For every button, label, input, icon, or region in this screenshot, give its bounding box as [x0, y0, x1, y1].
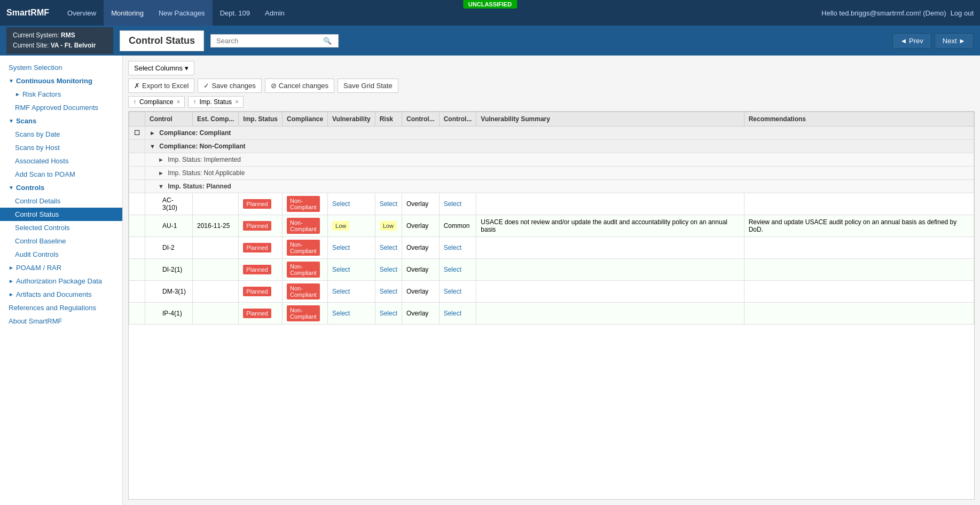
data-grid[interactable]: Control Est. Comp... Imp. Status Complia… [128, 111, 975, 500]
non-compliant-badge-4: Non-Compliant [287, 262, 320, 278]
cell-risk[interactable]: Select [375, 259, 402, 281]
sidebar-item-selected-controls[interactable]: Selected Controls [0, 221, 122, 234]
col-risk[interactable]: Risk [375, 112, 402, 127]
remove-compliance-filter[interactable]: × [176, 98, 180, 106]
group-compliant[interactable]: ☐ ► Compliance: Compliant [129, 127, 974, 140]
sidebar-item-auth-package[interactable]: ► Authorization Package Data [0, 274, 122, 288]
cell-risk: Low [375, 215, 402, 237]
cell-risk[interactable]: Select [375, 193, 402, 215]
save-changes-button[interactable]: ✓ Save changes [198, 78, 261, 93]
cell-vulnerability[interactable]: Select [328, 303, 375, 325]
col-control1[interactable]: Control... [402, 112, 440, 127]
nav-overview[interactable]: Overview [60, 0, 104, 26]
vulnerability-select[interactable]: Select [332, 200, 350, 208]
cell-est-comp [193, 281, 239, 303]
sidebar-item-risk-factors[interactable]: ► Risk Factors [0, 88, 122, 101]
up-arrow-icon: ↑ [133, 98, 136, 106]
main-layout: System Selection ▼ Continuous Monitoring… [0, 56, 980, 505]
search-box[interactable]: 🔍 [210, 34, 339, 48]
expand-implemented-icon[interactable]: ► [158, 156, 164, 163]
nav-monitoring[interactable]: Monitoring [104, 0, 151, 26]
col-est-comp[interactable]: Est. Comp... [193, 112, 239, 127]
sidebar-item-poam-rar[interactable]: ► POA&M / RAR [0, 261, 122, 274]
col-vulnerability[interactable]: Vulnerability [328, 112, 375, 127]
vulnerability-select-3[interactable]: Select [332, 244, 350, 251]
next-button[interactable]: Next ► [935, 33, 974, 49]
non-compliant-badge-6: Non-Compliant [287, 305, 320, 321]
control2-select-3[interactable]: Select [444, 244, 461, 251]
sidebar-item-rmf-approved-docs[interactable]: RMF Approved Documents [0, 101, 122, 114]
cell-risk[interactable]: Select [375, 303, 402, 325]
control2-select-5[interactable]: Select [444, 288, 461, 295]
sidebar-item-continuous-monitoring[interactable]: ▼ Continuous Monitoring [0, 74, 122, 88]
vulnerability-select-4[interactable]: Select [332, 266, 350, 273]
search-icon[interactable]: 🔍 [323, 37, 332, 45]
group-planned[interactable]: ▼ Imp. Status: Planned [129, 180, 974, 193]
risk-select[interactable]: Select [380, 200, 397, 208]
col-compliance[interactable]: Compliance [283, 112, 328, 127]
cell-vulnerability[interactable]: Select [328, 259, 375, 281]
cancel-changes-button[interactable]: ⊘ Cancel changes [265, 78, 334, 93]
cell-vulnerability[interactable]: Select [328, 281, 375, 303]
risk-select-5[interactable]: Select [380, 288, 397, 295]
sidebar-item-references[interactable]: References and Regulations [0, 301, 122, 314]
group-implemented[interactable]: ► Imp. Status: Implemented [129, 153, 974, 167]
col-recommendations[interactable]: Recommendations [744, 112, 974, 127]
risk-select-6[interactable]: Select [380, 310, 397, 317]
nav-new-packages[interactable]: New Packages [151, 0, 213, 26]
cell-est-comp [193, 193, 239, 215]
col-control2[interactable]: Control... [439, 112, 476, 127]
sidebar-item-scans[interactable]: ▼ Scans [0, 114, 122, 128]
cell-control2[interactable]: Select [439, 281, 476, 303]
filter-imp-status[interactable]: ↑ Imp. Status × [188, 96, 244, 108]
sidebar-item-control-details[interactable]: Control Details [0, 194, 122, 208]
sidebar-item-control-baseline[interactable]: Control Baseline [0, 234, 122, 248]
cell-vulnerability[interactable]: Select [328, 237, 375, 259]
group-non-compliant[interactable]: ▼ Compliance: Non-Compliant [129, 140, 974, 153]
sidebar-item-scans-by-date[interactable]: Scans by Date [0, 128, 122, 141]
control2-select-6[interactable]: Select [444, 310, 461, 317]
risk-select-3[interactable]: Select [380, 244, 397, 251]
cell-vuln-summary [476, 193, 744, 215]
sidebar-item-controls[interactable]: ▼ Controls [0, 181, 122, 194]
expand-not-applicable-icon[interactable]: ► [158, 170, 164, 176]
sidebar-item-control-status[interactable]: Control Status [0, 208, 122, 221]
sidebar-item-audit-controls[interactable]: Audit Controls [0, 248, 122, 261]
col-imp-status[interactable]: Imp. Status [239, 112, 283, 127]
sidebar-item-add-scan-to-poam[interactable]: Add Scan to POAM [0, 168, 122, 181]
vulnerability-select-5[interactable]: Select [332, 288, 350, 295]
sidebar-item-system-selection[interactable]: System Selection [0, 61, 122, 74]
select-columns-button[interactable]: Select Columns ▾ [128, 61, 194, 75]
group-not-applicable[interactable]: ► Imp. Status: Not Applicable [129, 167, 974, 180]
cell-risk[interactable]: Select [375, 237, 402, 259]
vulnerability-select-6[interactable]: Select [332, 310, 350, 317]
save-grid-button[interactable]: Save Grid State [338, 78, 398, 93]
export-excel-button[interactable]: ✗ Export to Excel [128, 78, 194, 93]
expand-non-compliant-icon[interactable]: ▼ [150, 143, 155, 149]
cell-control2[interactable]: Select [439, 237, 476, 259]
sidebar-item-artifacts[interactable]: ► Artifacts and Documents [0, 288, 122, 301]
cell-risk[interactable]: Select [375, 281, 402, 303]
prev-button[interactable]: ◄ Prev [892, 33, 931, 49]
cell-control2[interactable]: Select [439, 303, 476, 325]
logout-button[interactable]: Log out [951, 9, 974, 17]
planned-badge-2: Planned [243, 221, 271, 231]
nav-dept109[interactable]: Dept. 109 [213, 0, 257, 26]
cell-control2[interactable]: Select [439, 259, 476, 281]
cell-vulnerability[interactable]: Select [328, 193, 375, 215]
col-control[interactable]: Control [145, 112, 193, 127]
sidebar-item-about[interactable]: About SmartRMF [0, 314, 122, 328]
search-input[interactable] [216, 37, 323, 45]
nav-admin[interactable]: Admin [257, 0, 292, 26]
filter-compliance[interactable]: ↑ Compliance × [128, 96, 185, 108]
control2-select[interactable]: Select [444, 200, 461, 208]
expand-planned-icon[interactable]: ▼ [158, 183, 164, 190]
remove-imp-status-filter[interactable]: × [235, 98, 239, 106]
sidebar-item-associated-hosts[interactable]: Associated Hosts [0, 154, 122, 168]
sidebar-item-scans-by-host[interactable]: Scans by Host [0, 141, 122, 154]
risk-select-4[interactable]: Select [380, 266, 397, 273]
col-vuln-summary[interactable]: Vulnerability Summary [476, 112, 744, 127]
expand-compliant-icon[interactable]: ► [150, 130, 155, 136]
control2-select-4[interactable]: Select [444, 266, 461, 273]
cell-control2[interactable]: Select [439, 193, 476, 215]
